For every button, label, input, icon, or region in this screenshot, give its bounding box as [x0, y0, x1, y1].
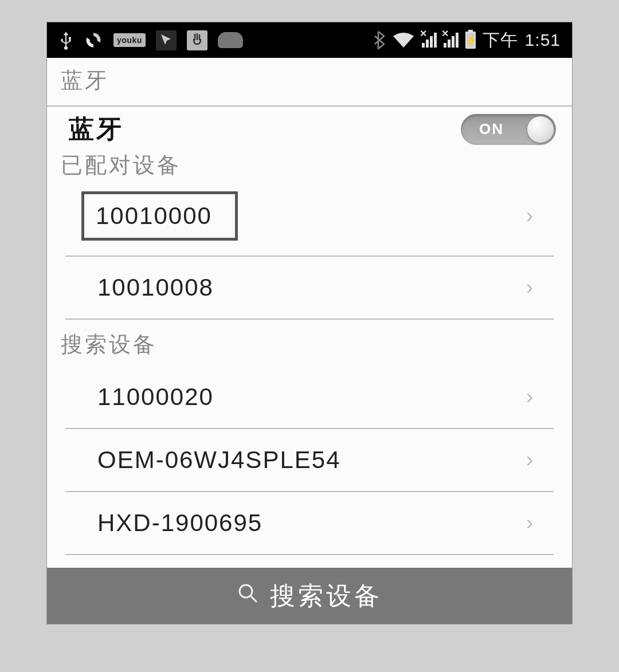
status-left: youku — [58, 30, 243, 50]
sync-icon — [84, 30, 103, 50]
bluetooth-toggle-row: 蓝牙 ON — [47, 107, 572, 148]
status-bar: youku ✕ — [47, 22, 572, 58]
search-device-name: OEM-06WJ4SPLE54 — [97, 446, 341, 474]
paired-device-row[interactable]: 10010000 › — [65, 187, 554, 257]
app-icon-1 — [156, 30, 177, 50]
paired-devices-list: 10010000 › 10010008 › — [47, 187, 572, 320]
search-button-label: 搜索设备 — [270, 579, 382, 613]
chevron-right-icon: › — [526, 204, 533, 228]
status-time: 1:51 — [525, 30, 561, 50]
wifi-icon — [392, 32, 415, 49]
bluetooth-toggle-switch[interactable]: ON — [461, 114, 556, 145]
signal-icon-2: ✕ — [444, 33, 459, 48]
signal-icon-1: ✕ — [422, 33, 437, 48]
chevron-right-icon: › — [526, 448, 533, 472]
svg-line-1 — [250, 596, 256, 602]
paired-devices-header: 已配对设备 — [47, 148, 572, 187]
search-device-name: HXD-1900695 — [97, 509, 263, 537]
search-device-name: 11000020 — [97, 383, 214, 411]
search-devices-list: 11000020 › OEM-06WJ4SPLE54 › HXD-1900695… — [47, 366, 572, 555]
paired-device-name: 10010008 — [97, 274, 214, 301]
search-devices-button[interactable]: 搜索设备 — [47, 568, 572, 624]
battery-icon: ⚡ — [465, 32, 476, 49]
search-devices-header: 搜索设备 — [47, 320, 572, 366]
search-device-row[interactable]: 11000020 › — [65, 366, 554, 429]
phone-frame: youku ✕ — [46, 22, 573, 624]
youku-icon: youku — [113, 33, 146, 47]
search-device-row[interactable]: OEM-06WJ4SPLE54 › — [65, 429, 554, 492]
paired-device-highlight: 10010000 — [81, 191, 238, 241]
usb-icon — [58, 30, 73, 50]
search-device-row[interactable]: HXD-1900695 › — [65, 492, 554, 555]
chevron-right-icon: › — [526, 511, 533, 535]
chevron-right-icon: › — [526, 276, 533, 300]
android-icon — [218, 32, 243, 48]
content-area: 蓝牙 蓝牙 ON 已配对设备 10010000 › 10010008 › 搜索设… — [47, 58, 572, 624]
bluetooth-toggle-label: 蓝牙 — [69, 112, 124, 146]
paired-device-row[interactable]: 10010008 › — [65, 257, 554, 320]
paired-device-name: 10010000 — [96, 202, 212, 229]
page-title: 蓝牙 — [47, 58, 572, 107]
chevron-right-icon: › — [526, 385, 533, 409]
app-icon-2 — [187, 30, 207, 50]
status-time-period: 下午 — [483, 29, 518, 52]
toggle-state-text: ON — [461, 120, 504, 138]
search-icon — [237, 582, 258, 610]
status-right: ✕ ✕ ⚡ 下午 1:51 — [371, 29, 561, 52]
bluetooth-icon — [371, 30, 385, 50]
toggle-knob — [527, 116, 554, 143]
